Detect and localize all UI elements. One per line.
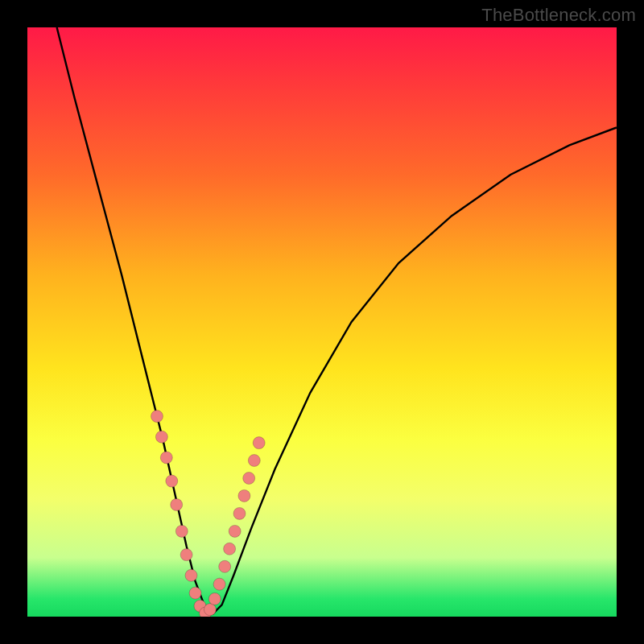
plot-gradient-area	[27, 27, 617, 617]
bottleneck-curve	[57, 27, 617, 613]
highlight-dot	[243, 473, 255, 485]
highlight-dot	[208, 593, 221, 605]
highlight-dot	[151, 411, 163, 423]
highlight-dot	[180, 549, 192, 561]
highlight-dots-group	[151, 411, 266, 617]
highlight-dot	[171, 498, 183, 510]
highlight-dot	[253, 437, 265, 449]
highlight-dot	[160, 452, 172, 464]
highlight-dot	[185, 569, 197, 581]
highlight-dot	[204, 604, 216, 616]
highlight-dot	[213, 578, 225, 590]
highlight-dot	[238, 489, 250, 502]
highlight-dot	[175, 525, 188, 537]
watermark-text: TheBottleneck.com	[481, 5, 636, 26]
highlight-dot	[233, 507, 246, 519]
highlight-dot	[224, 543, 236, 555]
chart-frame: TheBottleneck.com	[0, 0, 644, 644]
highlight-dot	[219, 560, 231, 572]
curve-svg	[27, 27, 617, 617]
highlight-dot	[155, 431, 167, 443]
highlight-dot	[229, 525, 241, 537]
highlight-dot	[248, 455, 260, 467]
highlight-dot	[166, 475, 178, 487]
highlight-dot	[189, 587, 201, 599]
